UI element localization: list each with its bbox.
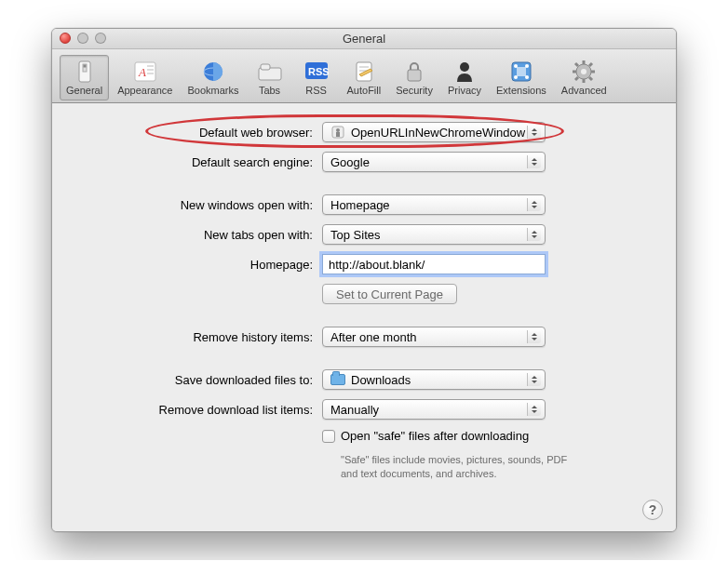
new-tabs-label: New tabs open with: <box>80 228 322 242</box>
new-windows-popup[interactable]: Homepage <box>322 194 546 215</box>
remove-history-label: Remove history items: <box>80 330 322 344</box>
set-current-page-button[interactable]: Set to Current Page <box>322 284 457 304</box>
gear-icon <box>570 59 598 85</box>
svg-line-31 <box>575 63 578 66</box>
svg-point-22 <box>525 64 529 68</box>
tab-security[interactable]: Security <box>389 55 439 100</box>
tab-autofill[interactable]: AutoFill <box>341 55 388 100</box>
remove-downloads-label: Remove download list items: <box>80 403 322 417</box>
new-windows-label: New windows open with: <box>80 198 322 212</box>
tab-label: Privacy <box>448 85 481 96</box>
tab-rss[interactable]: RSS RSS <box>294 55 339 100</box>
tab-label: Security <box>396 85 433 96</box>
tab-label: Bookmarks <box>187 85 238 96</box>
minimize-button[interactable] <box>77 33 88 44</box>
tab-label: Appearance <box>117 85 172 96</box>
default-search-popup[interactable]: Google <box>322 152 546 172</box>
new-tabs-popup[interactable]: Top Sites <box>322 224 546 245</box>
svg-point-36 <box>336 128 340 132</box>
tab-tabs[interactable]: Tabs <box>248 55 292 100</box>
svg-line-34 <box>575 77 578 80</box>
tab-label: RSS <box>305 85 327 96</box>
autofill-icon <box>350 59 378 85</box>
homepage-field[interactable] <box>322 254 546 274</box>
bookmarks-icon <box>199 59 227 85</box>
remove-history-popup[interactable]: After one month <box>322 327 546 347</box>
tab-extensions[interactable]: Extensions <box>490 55 553 100</box>
window-title: General <box>343 32 385 46</box>
privacy-icon <box>451 59 479 85</box>
tab-label: Extensions <box>496 85 546 96</box>
save-downloads-popup[interactable]: Downloads <box>322 369 546 390</box>
popup-value: Downloads <box>351 373 411 387</box>
preferences-window: General General A Appearance Bookmarks T… <box>51 28 677 532</box>
default-browser-label: Default web browser: <box>80 126 322 140</box>
tab-label: Tabs <box>259 85 280 96</box>
svg-rect-37 <box>336 132 340 137</box>
tabs-icon <box>256 59 284 85</box>
lock-icon <box>400 59 428 85</box>
svg-text:RSS: RSS <box>308 66 329 77</box>
safe-files-note: "Safe" files include movies, pictures, s… <box>341 453 583 481</box>
tab-label: AutoFill <box>347 85 382 96</box>
default-search-label: Default search engine: <box>80 155 322 169</box>
tab-label: Advanced <box>561 85 607 96</box>
switch-icon <box>71 59 99 85</box>
svg-text:A: A <box>138 65 146 79</box>
svg-rect-2 <box>83 65 86 68</box>
svg-line-32 <box>589 77 592 80</box>
popup-value: Google <box>330 155 370 169</box>
svg-rect-11 <box>261 64 270 70</box>
svg-point-18 <box>460 62 469 72</box>
svg-point-21 <box>514 64 518 68</box>
tab-label: General <box>66 85 102 96</box>
tab-appearance[interactable]: A Appearance <box>111 55 179 100</box>
general-pane: Default web browser: OpenURLInNewChromeW… <box>52 103 676 531</box>
save-downloads-label: Save downloaded files to: <box>80 373 322 387</box>
svg-point-24 <box>525 75 529 79</box>
default-browser-popup[interactable]: OpenURLInNewChromeWindow <box>322 122 546 142</box>
app-icon <box>330 125 345 140</box>
popup-value: Homepage <box>330 198 390 212</box>
popup-value: OpenURLInNewChromeWindow <box>351 126 525 140</box>
svg-point-23 <box>514 75 518 79</box>
open-safe-files-label: Open "safe" files after downloading <box>341 429 529 443</box>
svg-rect-17 <box>408 70 421 81</box>
homepage-label: Homepage: <box>80 258 322 272</box>
traffic-lights <box>60 33 106 44</box>
svg-rect-20 <box>517 67 526 76</box>
zoom-button[interactable] <box>95 33 106 44</box>
open-safe-files-checkbox[interactable] <box>322 430 335 443</box>
tab-advanced[interactable]: Advanced <box>555 55 613 100</box>
popup-value: Top Sites <box>330 228 380 242</box>
tab-bookmarks[interactable]: Bookmarks <box>181 55 245 100</box>
preferences-toolbar: General A Appearance Bookmarks Tabs RSS … <box>52 49 676 103</box>
svg-line-33 <box>589 63 592 66</box>
tab-general[interactable]: General <box>60 55 109 100</box>
extensions-icon <box>507 59 535 85</box>
tab-privacy[interactable]: Privacy <box>441 55 488 100</box>
help-button[interactable]: ? <box>642 500 663 520</box>
folder-icon <box>330 372 345 387</box>
appearance-icon: A <box>131 59 159 85</box>
popup-value: Manually <box>330 403 379 417</box>
close-button[interactable] <box>60 33 71 44</box>
remove-downloads-popup[interactable]: Manually <box>322 399 546 420</box>
rss-icon: RSS <box>303 59 330 85</box>
titlebar: General <box>52 29 676 49</box>
popup-value: After one month <box>330 330 417 344</box>
svg-point-26 <box>581 69 586 74</box>
